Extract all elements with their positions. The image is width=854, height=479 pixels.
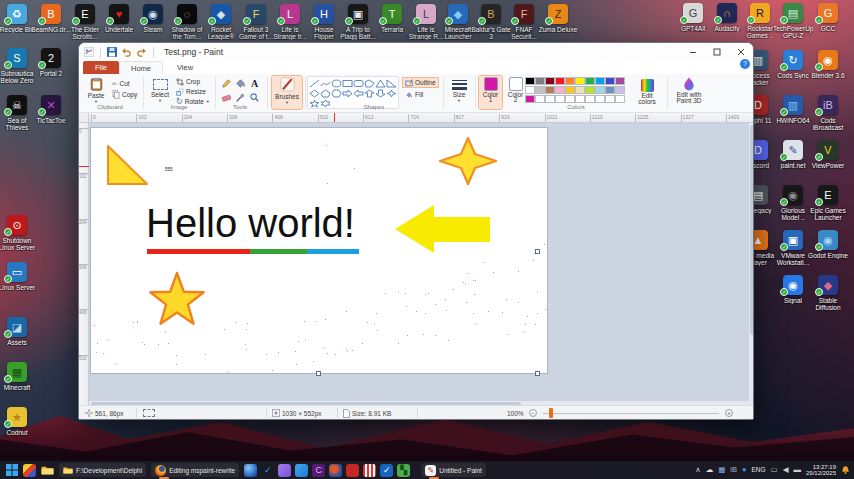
text-tool[interactable]: A xyxy=(248,77,261,90)
pinned-app-icon[interactable] xyxy=(23,464,36,477)
palette-color-00a2e8[interactable] xyxy=(595,77,605,85)
desktop-icon-stable-diffusion[interactable]: ◆✓Stable Diffusion xyxy=(808,275,848,311)
desktop-icon-linux-server[interactable]: ▭✓Linux Server xyxy=(0,262,37,291)
desktop-icon-shutdown-linux-server[interactable]: ⊙✓Shutdown Linux Server xyxy=(0,215,37,251)
palette-color-empty[interactable] xyxy=(615,95,625,103)
zoom-slider-track[interactable] xyxy=(543,413,719,414)
maximize-button[interactable] xyxy=(705,43,729,60)
shape-up-arrow[interactable] xyxy=(364,88,375,98)
file-explorer-icon[interactable] xyxy=(41,464,54,477)
palette-color-7f7f7f[interactable] xyxy=(535,77,545,85)
shape-diamond[interactable] xyxy=(309,88,320,98)
desktop-icon-rocket-league[interactable]: ◆✓Rocket League® xyxy=(201,4,241,40)
desktop-icon-zuma-deluxe[interactable]: Z✓Zuma Deluxe xyxy=(538,4,578,33)
color-picker-tool[interactable] xyxy=(234,91,247,104)
shape-rectangle[interactable] xyxy=(342,78,353,88)
copy-button[interactable]: Copy xyxy=(112,90,137,99)
palette-color-efe4b0[interactable] xyxy=(575,86,585,94)
desktop-icon-godot-engine[interactable]: ◉✓Godot Engine xyxy=(808,230,848,259)
palette-color-empty[interactable] xyxy=(585,95,595,103)
color1-button[interactable]: Color 1 xyxy=(479,76,502,109)
tray-battery[interactable]: ▬ xyxy=(793,465,801,475)
palette-color-7092be[interactable] xyxy=(605,86,615,94)
palette-color-b5e61d[interactable] xyxy=(585,86,595,94)
palette-color-a349a4[interactable] xyxy=(615,77,625,85)
taskbar-icon-red-app[interactable] xyxy=(346,464,359,477)
crop-button[interactable]: Crop xyxy=(176,77,200,86)
resize-button[interactable]: Resize xyxy=(176,87,206,96)
tray-ibroadcast[interactable]: iB xyxy=(730,465,737,475)
explorer-window-button[interactable]: F:\Development\Delphi xyxy=(59,463,146,477)
palette-color-d318a8[interactable] xyxy=(525,95,535,103)
edit-with-paint3d-button[interactable]: Edit with Paint 3D xyxy=(671,76,707,109)
palette-color-fff200[interactable] xyxy=(575,77,585,85)
cut-button[interactable]: ✂Cut xyxy=(112,79,130,88)
color2-button[interactable]: Color 2 xyxy=(504,76,527,109)
palette-color-empty[interactable] xyxy=(595,95,605,103)
pencil-tool[interactable] xyxy=(220,77,233,90)
palette-color-ffffff[interactable] xyxy=(525,86,535,94)
taskbar-icon-check-dark[interactable]: ✓ xyxy=(380,464,393,477)
desktop-icon-glorious-model[interactable]: ◉✓Glorious Model .. xyxy=(773,185,813,221)
tray-tablet[interactable]: ▭ xyxy=(771,465,778,475)
palette-color-empty[interactable] xyxy=(555,95,565,103)
paint-window-button[interactable]: ✎ Untitled - Paint xyxy=(421,463,486,477)
taskbar-icon-purple-c[interactable]: C xyxy=(312,464,325,477)
palette-color-880015[interactable] xyxy=(545,77,555,85)
paste-button[interactable]: Paste▼ xyxy=(83,76,109,103)
zoom-slider-thumb[interactable] xyxy=(549,408,553,418)
tray-cloud[interactable]: ☁ xyxy=(706,465,714,475)
palette-color-ff7f27[interactable] xyxy=(565,77,575,85)
shape-triangle[interactable] xyxy=(375,78,386,88)
desktop-icon-gcc[interactable]: G✓GCC xyxy=(808,3,848,32)
firefox-window-button[interactable]: Editing mspaint-rewrite xyxy=(151,463,239,477)
fill-tool[interactable] xyxy=(234,77,247,90)
palette-color-000000[interactable] xyxy=(525,77,535,85)
tray-blue-dot[interactable]: ● xyxy=(742,465,747,475)
size-button[interactable]: Size▼ xyxy=(447,76,471,103)
palette-color-ffc90e[interactable] xyxy=(565,86,575,94)
select-button[interactable]: Select▼ xyxy=(147,76,173,103)
edit-colors-button[interactable]: Edit colors xyxy=(633,76,661,109)
tab-view[interactable]: View xyxy=(163,61,207,74)
taskbar-icon-popcorn[interactable] xyxy=(363,464,376,477)
shape-four-point-star[interactable] xyxy=(386,88,397,98)
desktop-icon-gpu-z[interactable]: ▤✓TechPowerUp GPU-Z xyxy=(773,3,813,39)
palette-color-empty[interactable] xyxy=(535,95,545,103)
desktop-icon-hwinfo64[interactable]: ▥✓HWiNFO64 xyxy=(773,95,813,124)
outline-button[interactable]: Outline xyxy=(403,78,438,87)
vertical-scrollbar[interactable] xyxy=(749,123,754,407)
palette-color-empty[interactable] xyxy=(575,95,585,103)
title-bar[interactable]: Test.png - Paint xyxy=(79,43,753,61)
shape-right-arrow[interactable] xyxy=(342,88,353,98)
taskbar-icon-blue-orb[interactable] xyxy=(244,464,257,477)
tray-gpu[interactable]: ▦ xyxy=(718,465,725,475)
palette-color-ed1c24[interactable] xyxy=(555,77,565,85)
brushes-button[interactable]: Brushes▼ xyxy=(272,76,302,109)
desktop-icon-epic-games-launcher[interactable]: E✓Epic Games Launcher xyxy=(808,185,848,221)
notification-bell-icon[interactable] xyxy=(841,465,850,475)
zoom-out-button[interactable]: − xyxy=(529,409,537,417)
canvas-resize-handle-bottom[interactable] xyxy=(316,371,321,376)
desktop-icon-tictactoe[interactable]: ✕✓TicTacToe xyxy=(31,95,71,124)
palette-color-b97a57[interactable] xyxy=(545,86,555,94)
shape-pentagon[interactable] xyxy=(320,88,331,98)
canvas-resize-handle-right[interactable] xyxy=(535,249,540,254)
help-badge[interactable]: ? xyxy=(740,59,750,69)
desktop-icon-portal-2[interactable]: 2✓Portal 2 xyxy=(31,48,71,77)
shape-curve[interactable] xyxy=(320,78,331,88)
palette-color-c8bfe7[interactable] xyxy=(615,86,625,94)
palette-color-empty[interactable] xyxy=(565,95,575,103)
desktop-icon-viewpower[interactable]: V✓ViewPower xyxy=(808,140,848,169)
close-button[interactable] xyxy=(729,43,753,60)
shape-line[interactable] xyxy=(309,78,320,88)
eraser-tool[interactable] xyxy=(220,91,233,104)
palette-color-3f48cc[interactable] xyxy=(605,77,615,85)
taskbar-icon-check-blue[interactable]: ✓ xyxy=(261,464,274,477)
taskbar-icon-vscode[interactable] xyxy=(295,464,308,477)
canvas-resize-handle-corner[interactable] xyxy=(535,371,540,376)
taskbar-icon-vscode-insiders[interactable] xyxy=(278,464,291,477)
desktop-icon-cods-sync[interactable]: ↻✓Cods Sync xyxy=(773,50,813,79)
taskbar-clock[interactable]: 13:27:19 29/12/2025 xyxy=(806,464,836,477)
tray-chevron[interactable]: ∧ xyxy=(695,465,701,475)
